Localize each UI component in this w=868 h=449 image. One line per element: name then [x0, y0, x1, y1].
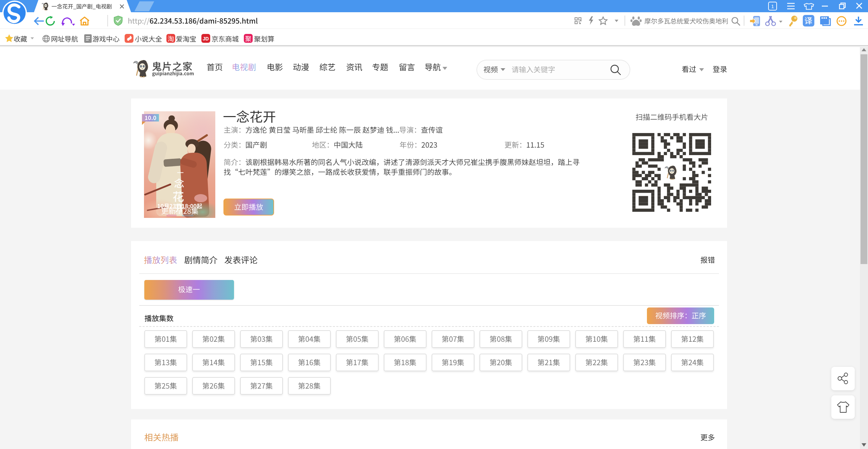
svg-text:JD: JD: [203, 36, 209, 41]
svg-text:1: 1: [771, 3, 774, 9]
